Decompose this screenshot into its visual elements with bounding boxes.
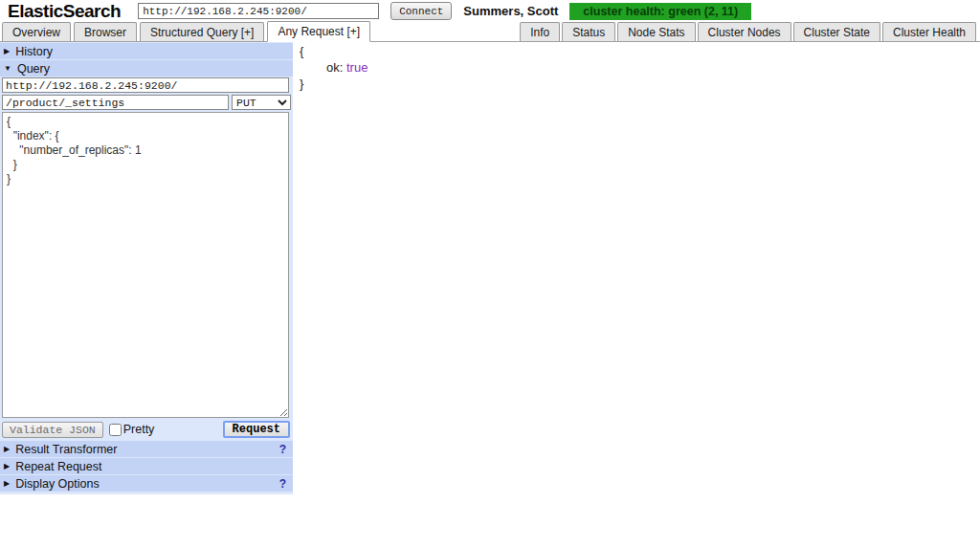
pretty-label[interactable]: Pretty (123, 423, 155, 436)
tab-cluster-health[interactable]: Cluster Health (882, 22, 976, 41)
validate-json-button[interactable]: Validate JSON (2, 422, 103, 438)
output-open-brace: { (300, 43, 980, 59)
section-repeat-request-label: Repeat Request (15, 460, 101, 473)
section-repeat-request[interactable]: ▶ Repeat Request (0, 458, 293, 474)
query-path-input[interactable] (2, 95, 229, 110)
top-bar: ElasticSearch Connect Summers, Scott clu… (0, 0, 980, 22)
user-name: Summers, Scott (463, 4, 558, 18)
tab-bar: Overview Browser Structured Query [+] An… (0, 22, 980, 42)
request-body-editor[interactable]: { "index": { "number_of_replicas": 1 } } (2, 112, 289, 418)
section-query[interactable]: ▼ Query (0, 60, 293, 77)
collapsed-arrow-icon: ▶ (4, 480, 10, 488)
path-method-row: PUT (2, 95, 291, 110)
section-display-options[interactable]: ▶ Display Options ? (0, 475, 293, 492)
section-display-options-label: Display Options (15, 477, 100, 491)
request-button[interactable]: Request (223, 421, 290, 438)
any-request-panel: ▶ History ▼ Query PUT { "index": { "numb… (0, 42, 293, 494)
help-icon[interactable]: ? (279, 477, 289, 491)
base-url-input[interactable] (138, 3, 379, 19)
tab-browser[interactable]: Browser (74, 22, 137, 41)
tab-any-request[interactable]: Any Request [+] (267, 21, 370, 42)
output-field: ok: true (300, 59, 980, 76)
cluster-health-badge: cluster health: green (2, 11) (569, 3, 751, 20)
connect-button[interactable]: Connect (390, 2, 452, 20)
query-url-input[interactable] (2, 77, 289, 93)
output-close-brace: } (300, 76, 980, 92)
tab-node-stats[interactable]: Node Stats (617, 22, 695, 41)
tab-structured-query[interactable]: Structured Query [+] (140, 22, 264, 41)
expanded-arrow-icon: ▼ (4, 65, 11, 73)
tab-cluster-state[interactable]: Cluster State (793, 22, 880, 41)
tab-status[interactable]: Status (562, 22, 615, 41)
tab-overview[interactable]: Overview (2, 22, 71, 41)
tab-cluster-nodes[interactable]: Cluster Nodes (698, 22, 791, 41)
help-icon[interactable]: ? (279, 443, 289, 456)
collapsed-arrow-icon: ▶ (4, 463, 10, 470)
section-query-label: Query (17, 62, 50, 76)
section-result-transformer[interactable]: ▶ Result Transformer ? (0, 441, 293, 457)
main-content: ▶ History ▼ Query PUT { "index": { "numb… (0, 42, 980, 494)
section-history-label: History (15, 45, 53, 58)
section-history[interactable]: ▶ History (0, 43, 293, 59)
output-field-value: true (346, 60, 368, 75)
pretty-checkbox[interactable] (109, 424, 122, 436)
app-logo: ElasticSearch (8, 1, 121, 22)
response-output: { ok: true } (293, 42, 980, 92)
output-field-key: ok: (326, 60, 343, 75)
tab-info[interactable]: Info (520, 22, 560, 41)
collapsed-arrow-icon: ▶ (4, 446, 10, 453)
request-action-row: Validate JSON Pretty Request (0, 421, 293, 440)
info-tab-group: Info Status Node Stats Cluster Nodes Clu… (520, 22, 978, 41)
collapsed-arrow-icon: ▶ (4, 48, 10, 55)
section-result-transformer-label: Result Transformer (15, 443, 117, 456)
http-method-select[interactable]: PUT (232, 95, 291, 110)
elasticsearch-head-app: ElasticSearch Connect Summers, Scott clu… (0, 0, 980, 494)
